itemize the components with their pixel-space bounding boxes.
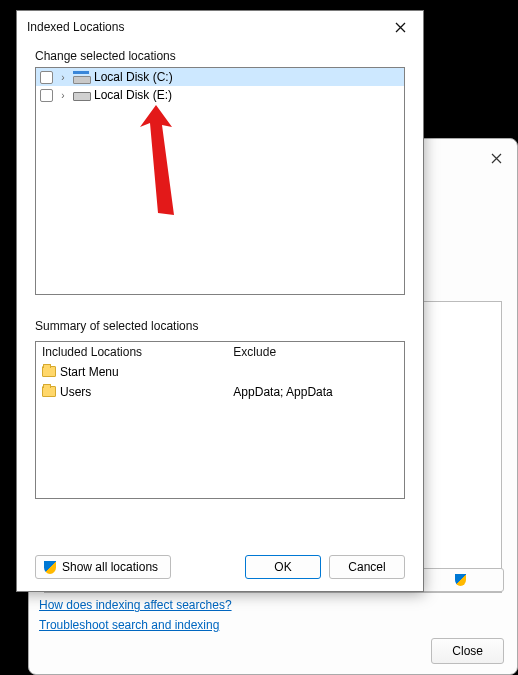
expand-toggle[interactable]: › — [58, 90, 68, 100]
bg-ghost-btn-3[interactable] — [416, 568, 504, 592]
summary-row[interactable]: Users AppData; AppData — [36, 382, 404, 402]
dialog-footer: Show all locations OK Cancel — [35, 543, 405, 579]
included-text: Start Menu — [60, 365, 119, 379]
expand-toggle[interactable]: › — [58, 72, 68, 82]
ok-button[interactable]: OK — [245, 555, 321, 579]
link-indexing-affect[interactable]: How does indexing affect searches? — [39, 598, 504, 612]
close-button[interactable] — [385, 14, 415, 40]
summary-row[interactable]: Start Menu — [36, 362, 404, 382]
col-exclude-header: Exclude — [227, 342, 404, 362]
shield-icon — [44, 561, 56, 574]
summary-box: Included Locations Exclude Start Menu Us… — [35, 341, 405, 499]
included-cell: Users — [36, 382, 227, 402]
shield-icon — [455, 574, 466, 586]
locations-tree[interactable]: › Local Disk (C:) › Local Disk (E:) — [35, 67, 405, 295]
disk-icon — [73, 71, 89, 83]
summary-header: Included Locations Exclude — [36, 342, 404, 362]
bg-help-links: How does indexing affect searches? Troub… — [39, 598, 504, 632]
tree-item-label: Local Disk (E:) — [94, 88, 172, 102]
summary-label: Summary of selected locations — [35, 319, 405, 333]
bg-close-button[interactable] — [485, 147, 507, 169]
exclude-cell: AppData; AppData — [227, 382, 404, 402]
included-text: Users — [60, 385, 91, 399]
tree-row-disk-c[interactable]: › Local Disk (C:) — [36, 68, 404, 86]
disk-icon — [73, 89, 89, 101]
included-cell: Start Menu — [36, 362, 227, 382]
change-locations-label: Change selected locations — [35, 49, 405, 63]
titlebar: Indexed Locations — [17, 11, 423, 43]
show-all-locations-button[interactable]: Show all locations — [35, 555, 171, 579]
indexed-locations-dialog: Indexed Locations Change selected locati… — [16, 10, 424, 592]
folder-icon — [42, 386, 56, 397]
folder-icon — [42, 366, 56, 377]
exclude-cell — [227, 362, 404, 382]
link-troubleshoot[interactable]: Troubleshoot search and indexing — [39, 618, 504, 632]
show-all-label: Show all locations — [62, 560, 158, 574]
cancel-button[interactable]: Cancel — [329, 555, 405, 579]
tree-row-disk-e[interactable]: › Local Disk (E:) — [36, 86, 404, 104]
bg-close-footer-button[interactable]: Close — [431, 638, 504, 664]
checkbox[interactable] — [40, 89, 53, 102]
checkbox[interactable] — [40, 71, 53, 84]
dialog-title: Indexed Locations — [27, 20, 124, 34]
col-included-header: Included Locations — [36, 342, 227, 362]
tree-item-label: Local Disk (C:) — [94, 70, 173, 84]
